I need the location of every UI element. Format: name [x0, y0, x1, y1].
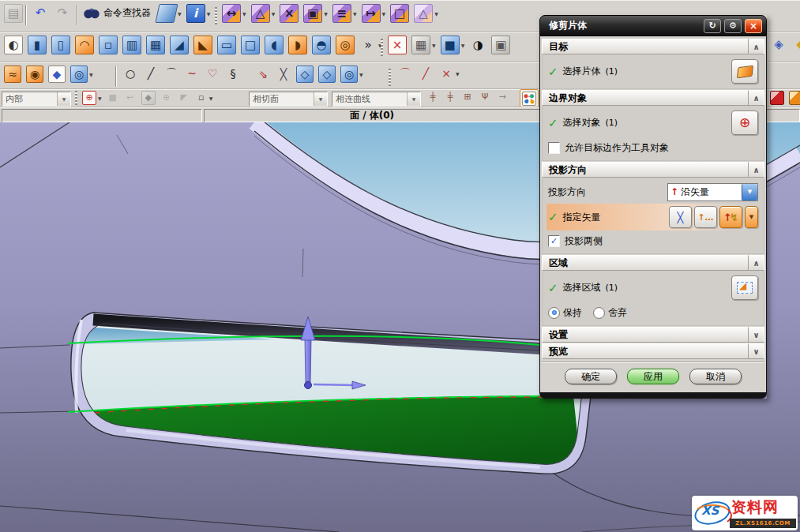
- sketch-icon[interactable]: ▼: [156, 2, 183, 24]
- shell-icon[interactable]: □: [239, 34, 261, 56]
- projection-direction-dropdown[interactable]: ↑ 沿矢量 ▼: [667, 183, 758, 201]
- tube-icon[interactable]: ◎▼: [69, 64, 95, 84]
- feature-tree-icon[interactable]: Ψ: [477, 89, 493, 105]
- view-orient-icon-dropdown[interactable]: ▼: [272, 11, 276, 17]
- split-body-icon[interactable]: ▦: [145, 34, 167, 56]
- combo-arrow-icon[interactable]: ▼: [314, 92, 327, 106]
- dome-icon[interactable]: ◠: [73, 34, 96, 56]
- view-orient-icon[interactable]: △▼: [250, 2, 277, 24]
- move-object-icon[interactable]: ↔▼: [220, 2, 248, 24]
- pattern-feature-icon[interactable]: ▯: [50, 34, 72, 56]
- datum-orange-cube-icon[interactable]: [787, 89, 800, 107]
- extract-curve-icon[interactable]: ◎▼: [339, 64, 365, 84]
- project-both-sides-checkbox[interactable]: ✓: [548, 235, 560, 247]
- keep-radio[interactable]: [548, 307, 560, 319]
- more-tools-chevron[interactable]: »▼: [358, 35, 384, 55]
- dialog-titlebar[interactable]: 修剪片体 ↻ ⚙ ×: [539, 15, 767, 36]
- studio-spline-icon[interactable]: ~: [182, 64, 201, 83]
- inferred-vector-button[interactable]: ↑…: [694, 206, 717, 228]
- marquee-select-icon[interactable]: ▫▼: [193, 90, 215, 106]
- select-sheet-button[interactable]: [731, 59, 758, 84]
- extract-curve-icon-dropdown[interactable]: ▼: [359, 72, 363, 77]
- shaded-view-icon-dropdown[interactable]: ▼: [461, 43, 465, 48]
- helix-icon[interactable]: §: [223, 64, 242, 83]
- section-view-icon[interactable]: ▣: [490, 34, 512, 56]
- next-selection-icon[interactable]: →: [494, 89, 510, 105]
- divide-curve-icon-dropdown[interactable]: ▼: [456, 71, 460, 77]
- profile-curve-icon[interactable]: ♡: [203, 64, 222, 83]
- delete-icon[interactable]: ×: [278, 2, 300, 24]
- section-region-header[interactable]: 区域: [542, 255, 749, 271]
- grab-hand-icon[interactable]: ◈: [768, 34, 789, 54]
- shaded-view-icon[interactable]: ■▼: [439, 34, 467, 56]
- tangent-faces-combo[interactable]: 相切面 ▼: [249, 92, 328, 107]
- copy-display-icon[interactable]: ▣▼: [302, 2, 329, 24]
- bridge-curve-icon[interactable]: ⌒: [396, 64, 415, 83]
- redo-icon[interactable]: ↷: [52, 2, 73, 23]
- bounded-plane-icon[interactable]: ▫: [97, 34, 119, 56]
- command-finder-icon[interactable]: 命令查找器: [81, 2, 156, 23]
- section-curve-icon[interactable]: ◇: [295, 64, 315, 84]
- fit-window-icon[interactable]: ×: [386, 34, 408, 56]
- measure-icon[interactable]: ↦▼: [360, 2, 388, 24]
- datum-cylinder-icon[interactable]: ◉: [24, 64, 45, 84]
- vector-options-dropdown[interactable]: ▼: [745, 206, 758, 228]
- examine-geometry-icon[interactable]: ◆: [47, 64, 67, 84]
- project-curve-icon[interactable]: ⇘: [254, 65, 272, 84]
- point-icon[interactable]: ○: [121, 64, 140, 83]
- connected-curves-combo[interactable]: 相连曲线 ▼: [332, 92, 421, 107]
- section-preview-header[interactable]: 预览: [542, 343, 749, 359]
- arc-icon[interactable]: ⌒: [162, 64, 181, 83]
- object-list-icon-dropdown[interactable]: ▼: [353, 11, 357, 17]
- workstation-icon[interactable]: ▦▼: [410, 34, 438, 56]
- move-object-icon-dropdown[interactable]: ▼: [242, 11, 246, 17]
- ghost-cube-icon[interactable]: △▼: [412, 2, 440, 24]
- n-sided-surface-icon[interactable]: ◎: [334, 34, 356, 56]
- sheet-body-icon[interactable]: ◢: [168, 34, 190, 56]
- stop-at-crossing-icon[interactable]: ╪: [442, 89, 458, 105]
- line-icon[interactable]: ╱: [141, 64, 160, 83]
- collapse-arrow-icon[interactable]: ∧: [749, 39, 764, 54]
- copy-display-icon-dropdown[interactable]: ▼: [324, 11, 328, 17]
- dialog-close-button[interactable]: ×: [745, 19, 762, 33]
- dialog-options-button[interactable]: ⚙: [724, 19, 742, 33]
- datum-red-cube-icon[interactable]: [768, 89, 786, 107]
- secondary-axis-shaft[interactable]: [314, 384, 354, 385]
- dialog-reset-button[interactable]: ↻: [704, 19, 721, 33]
- cancel-button[interactable]: 取消: [689, 369, 742, 384]
- associative-output-icon[interactable]: ⊞: [460, 89, 475, 105]
- collapse-arrow-icon[interactable]: ∧: [749, 255, 764, 271]
- type-filter-icon-dropdown[interactable]: ▼: [98, 96, 102, 101]
- section-projection-header[interactable]: 投影方向: [542, 162, 749, 178]
- type-filter-icon[interactable]: ⊕▼: [81, 89, 103, 107]
- collapse-arrow-icon[interactable]: ∨: [749, 327, 764, 343]
- selection-scope-combo[interactable]: 内部 ▼: [2, 92, 71, 107]
- info-icon[interactable]: i▼: [185, 2, 212, 24]
- styled-sweep-icon[interactable]: ≈: [2, 64, 23, 84]
- select-region-button[interactable]: ◢: [731, 275, 758, 300]
- section-boundary-header[interactable]: 边界对象: [542, 90, 749, 106]
- mirror-feature-icon[interactable]: ▮: [26, 34, 48, 56]
- ok-button[interactable]: 确定: [565, 369, 617, 384]
- info-icon-dropdown[interactable]: ▼: [207, 11, 211, 17]
- collapse-arrow-icon[interactable]: ∧: [749, 162, 764, 178]
- render-style-icon[interactable]: ◑: [468, 35, 488, 55]
- allow-target-edges-checkbox[interactable]: [548, 142, 560, 154]
- ghost-cube-icon-dropdown[interactable]: ▼: [434, 11, 438, 17]
- marquee-select-icon-dropdown[interactable]: ▼: [209, 96, 213, 101]
- section-target-header[interactable]: 目标: [542, 39, 749, 54]
- intersection-curve-icon[interactable]: ╳: [274, 65, 293, 84]
- combo-arrow-icon[interactable]: ▼: [57, 92, 70, 106]
- offset-surface-icon[interactable]: ◖: [263, 34, 285, 56]
- vector-flash-button[interactable]: ↑↯: [719, 206, 742, 228]
- trim-body-icon[interactable]: ▥: [121, 34, 143, 56]
- vector-arrow-shaft[interactable]: [305, 339, 311, 383]
- discard-radio[interactable]: [593, 307, 605, 319]
- tube-icon-dropdown[interactable]: ▼: [89, 72, 93, 77]
- swept-icon[interactable]: ◗: [287, 34, 309, 56]
- offset-curve-icon[interactable]: ◇: [317, 64, 337, 84]
- undo-icon[interactable]: ↶: [30, 2, 51, 23]
- divide-curve-icon[interactable]: ×▼: [437, 64, 461, 83]
- thicken-icon[interactable]: ▭: [216, 34, 238, 56]
- collapse-arrow-icon[interactable]: ∧: [749, 90, 764, 106]
